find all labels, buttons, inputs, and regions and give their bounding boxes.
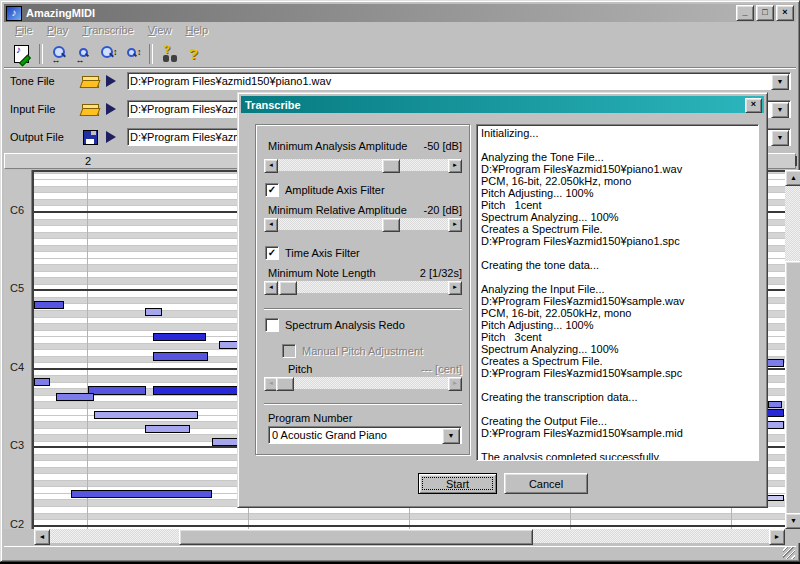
midi-note [153,352,208,361]
vertical-scrollbar-thumb[interactable] [785,261,800,516]
minimize-button[interactable]: _ [736,5,754,21]
midi-note [56,393,94,401]
maximize-button[interactable]: □ [756,5,774,21]
program-number-combo[interactable]: 0 Acoustic Grand Piano ▼ [268,426,462,444]
play-tone-icon[interactable] [106,75,116,87]
slider-left-arrow-icon[interactable]: ◄ [264,218,278,232]
min-relative-amplitude-slider[interactable]: ◄ ► [264,218,462,230]
tone-file-input[interactable] [130,75,770,87]
zoom-out-time-button[interactable]: ↔ [72,42,95,65]
midi-note [153,333,206,341]
horizontal-scrollbar[interactable]: ◄ ► [34,529,785,543]
zoom-in-vertical-icon: ↕ [99,45,117,63]
menu-play[interactable]: Play [40,23,75,39]
midi-note [145,308,162,316]
open-tone-file-button[interactable] [79,72,101,90]
pitch-row: Pitch --- [cent] [288,363,462,375]
pitch-label: C4 [10,361,24,373]
min-note-length-value: 2 [1/32s] [420,267,462,279]
cancel-button[interactable]: Cancel [504,473,588,494]
min-analysis-amplitude-label: Minimum Analysis Amplitude [268,140,407,152]
program-number-row: Program Number [268,412,462,424]
dialog-close-icon[interactable]: × [745,98,762,113]
time-axis-filter-checkbox[interactable] [265,246,279,260]
pitch-value: --- [cent] [421,363,462,375]
slider-thumb[interactable] [382,159,400,173]
slider-left-arrow-icon[interactable]: ◄ [264,281,278,295]
status-bar [4,546,796,560]
min-relative-amplitude-label: Minimum Relative Amplitude [268,204,407,216]
chevron-down-icon[interactable]: ▼ [442,428,460,444]
transcribe-dialog: Transcribe × Minimum Analysis Amplitude … [237,92,768,508]
time-axis-filter-row: Time Axis Filter [265,246,360,260]
window-controls: _ □ × [734,5,794,21]
resize-grip[interactable] [783,547,795,559]
spectrum-analysis-redo-row: Spectrum Analysis Redo [265,318,405,332]
scroll-left-icon[interactable]: ◄ [34,529,50,545]
save-output-file-button[interactable] [79,128,101,146]
min-analysis-amplitude-slider[interactable]: ◄ ► [264,159,462,171]
zoom-in-time-button[interactable]: ↔ [48,42,71,65]
play-input-icon[interactable] [106,103,116,115]
help-button[interactable]: ? [182,42,205,65]
close-button[interactable]: × [776,5,794,21]
scroll-up-icon[interactable]: ▲ [785,170,800,186]
slider-left-arrow-icon[interactable]: ◄ [264,159,278,173]
menu-view[interactable]: View [141,23,179,39]
amplitude-axis-filter-checkbox[interactable] [265,183,279,197]
menu-transcribe[interactable]: Transcribe [75,23,141,39]
midi-note [767,421,784,429]
slider-right-arrow-icon[interactable]: ► [448,218,462,232]
open-folder-icon [82,76,98,87]
midi-note [767,495,784,501]
spectrum-analysis-redo-checkbox[interactable] [265,318,279,332]
midi-note [767,409,784,417]
pitch-label-column: C6C5C4C3C2 [4,170,32,529]
scroll-down-icon[interactable]: ▼ [785,513,800,529]
screen: ♪ AmazingMIDI _ □ × FilePlayTranscribeVi… [0,0,800,564]
midi-note [88,386,146,395]
menu-file[interactable]: File [8,23,40,39]
midi-note [153,386,239,395]
min-note-length-slider[interactable]: ◄ ► [264,281,462,293]
amplitude-axis-filter-label: Amplitude Axis Filter [285,184,385,196]
output-file-label: Output File [10,131,64,143]
min-note-length-label: Minimum Note Length [268,267,376,279]
horizontal-scrollbar-thumb[interactable] [179,529,533,545]
amplitude-axis-filter-row: Amplitude Axis Filter [265,183,385,197]
input-file-label: Input File [10,103,55,115]
ruler-measure-label: 2 [85,155,91,167]
tone-file-row: Tone File ▼ [4,72,796,92]
chevron-down-icon[interactable]: ▼ [771,102,789,118]
search-help-button[interactable]: ? [158,42,181,65]
question-mark-icon: ? [189,45,198,62]
midi-note [768,401,782,408]
zoom-out-pitch-button[interactable]: ↕ [120,42,143,65]
slider-right-arrow-icon: ► [448,377,462,391]
zoom-in-pitch-button[interactable]: ↕ [96,42,119,65]
midi-note [34,378,50,386]
midi-note [145,425,190,433]
midi-note [71,490,212,498]
new-transcription-button[interactable]: ♪ [10,42,33,65]
separator [264,403,462,405]
open-input-file-button[interactable] [79,100,101,118]
slider-right-arrow-icon[interactable]: ► [448,281,462,295]
chevron-down-icon[interactable]: ▼ [771,130,789,146]
start-button[interactable]: Start [418,473,497,494]
toolbar: ♪ ↔ ↔ ↕ ↕ ? ? [4,40,796,68]
tone-file-combo: ▼ [127,72,791,90]
program-number-label: Program Number [268,412,352,424]
play-output-icon[interactable] [106,131,116,143]
min-relative-amplitude-row: Minimum Relative Amplitude -20 [dB] [268,204,462,216]
transcribe-log[interactable]: Initializing... Analyzing the Tone File.… [476,124,759,461]
menu-help[interactable]: Help [178,23,215,39]
midi-note [767,359,784,367]
slider-thumb[interactable] [382,218,400,232]
chevron-down-icon[interactable]: ▼ [771,74,789,90]
scroll-right-icon[interactable]: ► [769,529,785,545]
midi-note [212,438,239,446]
vertical-scrollbar[interactable]: ▲ ▼ [785,170,800,529]
slider-thumb[interactable] [279,281,297,295]
slider-right-arrow-icon[interactable]: ► [448,159,462,173]
